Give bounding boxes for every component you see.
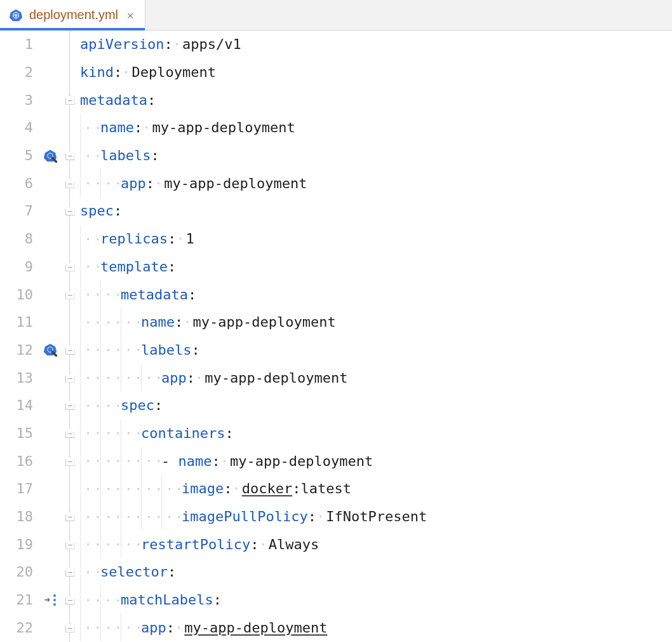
fold-handle-icon[interactable] <box>65 206 75 215</box>
close-tab-icon[interactable]: ✕ <box>124 10 136 21</box>
code-line[interactable]: ··selector: <box>80 558 672 586</box>
code-editor[interactable]: 123456789101112131415161718192021➔22 api… <box>0 31 672 642</box>
indent-guide: ·· <box>121 336 141 364</box>
yaml-key: apiVersion <box>80 36 164 52</box>
fold-handle-icon[interactable] <box>65 179 75 188</box>
code-line[interactable]: ····matchLabels: <box>80 586 672 614</box>
fold-row <box>64 613 76 641</box>
line-number: 13 <box>14 370 33 386</box>
yaml-value: docker <box>242 481 292 496</box>
line-number-gutter: 123456789101112131415161718192021➔22 <box>0 31 64 642</box>
fold-row <box>64 475 76 503</box>
indent-guide: ·· <box>80 503 100 531</box>
yaml-colon: : <box>168 259 176 275</box>
yaml-colon: : <box>114 203 122 219</box>
fold-handle-icon[interactable] <box>65 262 75 271</box>
code-line[interactable]: ······labels: <box>80 336 672 364</box>
yaml-colon: : <box>151 147 159 163</box>
indent-guide: ·· <box>80 420 100 447</box>
code-line[interactable]: metadata: <box>80 86 672 114</box>
file-tab[interactable]: deployment.yml ✕ <box>0 0 145 30</box>
yaml-colon: : <box>187 370 195 386</box>
fold-handle-icon[interactable] <box>65 373 75 383</box>
fold-row <box>64 530 76 558</box>
indent-guide: ·· <box>121 364 141 392</box>
fold-handle-icon[interactable] <box>65 595 75 604</box>
code-line[interactable]: ········app:·my-app-deployment <box>80 364 672 392</box>
fold-row <box>64 447 76 475</box>
yaml-key: restartPolicy <box>141 536 250 552</box>
code-line[interactable]: apiVersion:·apps/v1 <box>80 31 672 58</box>
line-number: 17 <box>14 481 33 496</box>
gutter-row: 11 <box>0 308 64 336</box>
gutter-row: 4 <box>0 114 64 142</box>
code-line[interactable]: ········- name:·my-app-deployment <box>80 447 672 475</box>
indent-guide: ·· <box>80 364 100 392</box>
indent-guide: ·· <box>80 558 100 586</box>
yaml-value: my-app-deployment <box>184 620 327 636</box>
kubernetes-apply-icon[interactable] <box>42 341 58 358</box>
fold-row <box>64 86 76 114</box>
yaml-value: my-app-deployment <box>205 370 347 386</box>
yaml-value: IfNotPresent <box>326 509 427 524</box>
code-line[interactable]: ··········image:·docker:latest <box>80 475 672 503</box>
fold-handle-icon[interactable] <box>65 540 75 549</box>
fold-handle-icon[interactable] <box>65 567 75 577</box>
whitespace: · <box>154 175 164 191</box>
code-line[interactable]: ······restartPolicy:·Always <box>80 530 672 558</box>
gutter-row: 2 <box>0 58 64 86</box>
code-area[interactable]: apiVersion:·apps/v1kind:·Deploymentmetad… <box>76 31 672 642</box>
fold-handle-icon[interactable] <box>65 428 75 438</box>
code-line[interactable]: spec: <box>80 197 672 225</box>
fold-handle-icon[interactable] <box>65 512 75 521</box>
editor-tabbar: deployment.yml ✕ <box>0 0 672 31</box>
kubernetes-apply-icon[interactable] <box>42 147 58 164</box>
line-number: 21 <box>14 592 33 608</box>
code-line[interactable]: ······name:·my-app-deployment <box>80 308 672 336</box>
fold-handle-icon[interactable] <box>65 290 75 299</box>
indent-guide: ·· <box>100 364 121 392</box>
fold-handle-icon[interactable] <box>65 151 75 160</box>
indent-guide: ·· <box>80 280 100 308</box>
code-line[interactable]: ····spec: <box>80 392 672 420</box>
line-number: 10 <box>14 287 33 303</box>
indent-guide: ·· <box>100 586 121 614</box>
indent-guide: ·· <box>141 503 161 531</box>
fold-handle-icon[interactable] <box>65 456 75 466</box>
code-line[interactable]: ······app:·my-app-deployment <box>80 613 672 641</box>
line-number: 4 <box>14 120 33 135</box>
code-line[interactable]: ······containers: <box>80 420 672 447</box>
fold-handle-icon[interactable] <box>65 400 75 410</box>
code-line[interactable]: ··replicas:·1 <box>80 225 672 253</box>
indent-guide: ·· <box>100 420 121 447</box>
yaml-value: apps/v1 <box>182 36 241 52</box>
fold-row <box>64 114 76 142</box>
indent-guide: ·· <box>80 225 100 253</box>
code-line[interactable]: ··name:·my-app-deployment <box>80 114 672 142</box>
indent-guide: ·· <box>80 392 100 420</box>
gutter-row: 12 <box>0 336 64 364</box>
fold-handle-icon[interactable] <box>65 345 75 355</box>
fold-row <box>64 197 76 225</box>
change-marker-icon[interactable]: ➔ <box>42 592 58 608</box>
code-line[interactable]: ··template: <box>80 253 672 281</box>
code-line[interactable]: ····app:·my-app-deployment <box>80 169 672 197</box>
code-line[interactable]: ····metadata: <box>80 280 672 308</box>
indent-guide: ·· <box>100 475 121 503</box>
yaml-key: replicas <box>100 231 168 247</box>
yaml-value: 1 <box>185 231 194 247</box>
indent-guide: ·· <box>80 169 100 197</box>
fold-handle-icon[interactable] <box>65 623 75 632</box>
fold-row <box>64 253 76 281</box>
gutter-row: 9 <box>0 253 64 281</box>
yaml-value: Always <box>269 536 319 552</box>
code-line[interactable]: kind:·Deployment <box>80 58 672 86</box>
gutter-row: 16 <box>0 447 64 475</box>
fold-handle-icon[interactable] <box>65 95 75 105</box>
yaml-colon: : <box>147 92 156 108</box>
code-line[interactable]: ··labels: <box>80 142 672 170</box>
indent-guide: ·· <box>121 503 141 531</box>
fold-row <box>64 169 76 197</box>
line-number: 14 <box>14 397 33 413</box>
code-line[interactable]: ··········imagePullPolicy:·IfNotPresent <box>80 503 672 531</box>
